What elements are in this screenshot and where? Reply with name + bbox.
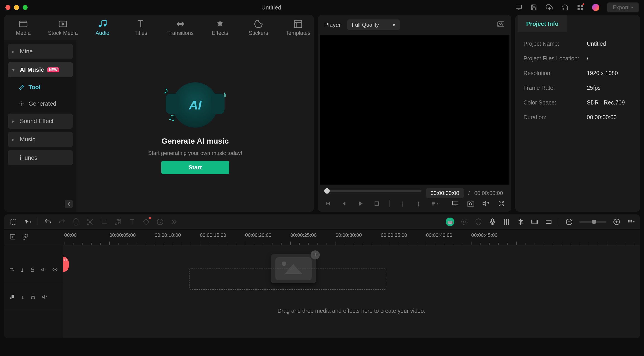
zoom-slider[interactable] xyxy=(579,221,606,223)
progress-bar[interactable] xyxy=(324,190,422,192)
beat-button[interactable] xyxy=(114,218,122,226)
marker-list-button[interactable]: ▾ xyxy=(431,200,438,207)
more-button[interactable] xyxy=(170,218,178,226)
tab-label: Effects xyxy=(212,30,228,36)
redo-button[interactable] xyxy=(58,218,66,226)
quality-select[interactable]: Full Quality ▾ xyxy=(347,20,400,30)
zoom-thumb[interactable] xyxy=(592,220,596,224)
stop-button[interactable] xyxy=(373,200,380,207)
mute-button[interactable] xyxy=(41,267,46,274)
mark-out-button[interactable]: } xyxy=(415,200,422,207)
ai-music-subtitle: Start generating your own music today! xyxy=(148,150,242,156)
zoom-out-button[interactable] xyxy=(565,218,573,226)
project-info-tab[interactable]: Project Info xyxy=(518,15,567,32)
tab-effects[interactable]: Effects xyxy=(201,15,239,40)
play-button[interactable] xyxy=(357,200,364,207)
zoom-in-button[interactable] xyxy=(613,218,620,226)
drop-zone[interactable] xyxy=(190,268,386,290)
pointer-tool[interactable]: ▾ xyxy=(24,218,31,226)
ruler-tick: 00:00 xyxy=(64,232,77,238)
speed-button[interactable] xyxy=(156,218,164,226)
tab-stickers[interactable]: Stickers xyxy=(239,15,278,40)
svg-rect-22 xyxy=(492,219,494,222)
shield-button[interactable] xyxy=(475,218,482,226)
svg-rect-2 xyxy=(581,5,583,7)
progress-thumb[interactable] xyxy=(324,188,330,194)
lock-button[interactable] xyxy=(30,294,36,301)
tab-audio[interactable]: Audio xyxy=(83,15,122,40)
svg-point-12 xyxy=(470,203,472,205)
step-back-button[interactable] xyxy=(340,200,348,207)
lock-button[interactable] xyxy=(30,267,35,274)
split-button[interactable] xyxy=(86,218,94,226)
ruler-tick: 00:00:10:00 xyxy=(155,232,181,238)
chevron-down-icon: ▾ xyxy=(392,22,395,28)
export-button[interactable]: Export ▾ xyxy=(607,2,638,12)
collapse-sidebar-button[interactable] xyxy=(65,200,73,208)
cloud-upload-icon[interactable] xyxy=(546,4,553,11)
info-value: 1920 x 1080 xyxy=(587,70,618,76)
visibility-button[interactable] xyxy=(52,267,58,274)
enhance-button[interactable] xyxy=(460,218,468,226)
time-total: 00:00:00:00 xyxy=(474,190,503,196)
headphones-icon[interactable] xyxy=(561,4,568,11)
save-icon[interactable] xyxy=(530,4,538,11)
mark-in-button[interactable]: { xyxy=(399,200,406,207)
sidebar-item-itunes[interactable]: ▸ iTunes xyxy=(8,150,73,165)
audio-track-number: 1 xyxy=(21,294,24,300)
sidebar-item-ai-music[interactable]: ▾ AI Music NEW xyxy=(8,62,73,77)
crop-button[interactable] xyxy=(100,218,108,226)
sidebar-sub-generated[interactable]: Generated xyxy=(8,97,73,110)
ai-assistant-button[interactable]: 🤖 xyxy=(446,218,454,226)
tab-media[interactable]: Media xyxy=(4,15,42,40)
sidebar-sub-label: Tool xyxy=(28,84,40,91)
sidebar-item-mine[interactable]: ▸ Mine xyxy=(8,44,73,59)
window-minimize[interactable] xyxy=(14,5,19,10)
snapshot-button[interactable] xyxy=(467,200,474,207)
timeline-tracks-area[interactable]: ✂ + Drag and drop media and effects here… xyxy=(63,246,640,338)
tab-templates[interactable]: Templates xyxy=(278,15,314,40)
add-media-button[interactable]: + xyxy=(311,250,320,260)
export-label: Export xyxy=(613,4,628,11)
fullscreen-button[interactable] xyxy=(498,200,505,207)
scope-icon[interactable] xyxy=(497,21,505,29)
window-close[interactable] xyxy=(6,5,10,10)
timeline-ruler[interactable]: 00:0000:00:05:0000:00:10:0000:00:15:0000… xyxy=(63,230,640,245)
display-button[interactable] xyxy=(452,200,459,207)
sidebar-sub-tool[interactable]: Tool xyxy=(8,80,73,94)
tab-stock-media[interactable]: Stock Media xyxy=(42,15,83,40)
start-button[interactable]: Start xyxy=(161,161,229,174)
link-button[interactable] xyxy=(22,234,28,241)
info-label: Frame Rate: xyxy=(524,84,587,91)
svg-rect-11 xyxy=(452,201,458,205)
mixer-button[interactable] xyxy=(503,218,510,226)
aspect-button[interactable] xyxy=(545,218,552,226)
monitor-icon[interactable] xyxy=(515,4,522,11)
svg-rect-0 xyxy=(516,5,522,8)
marker-button[interactable] xyxy=(517,218,524,226)
apps-icon[interactable] xyxy=(576,4,584,11)
sidebar-item-sound-effect[interactable]: ▸ Sound Effect xyxy=(8,114,73,129)
playhead-handle[interactable]: ✂ xyxy=(63,257,69,272)
render-button[interactable] xyxy=(531,218,538,226)
prev-frame-button[interactable] xyxy=(324,200,332,207)
volume-button[interactable] xyxy=(482,200,490,207)
undo-button[interactable] xyxy=(44,218,52,226)
time-separator: / xyxy=(468,190,470,196)
sidebar-item-music[interactable]: ▸ Music xyxy=(8,132,73,147)
tab-titles[interactable]: Titles xyxy=(122,15,160,40)
user-avatar[interactable] xyxy=(592,4,599,11)
delete-button[interactable] xyxy=(72,218,80,226)
text-button[interactable] xyxy=(128,218,136,226)
info-label: Color Space: xyxy=(524,99,587,106)
add-track-button[interactable] xyxy=(10,234,16,241)
player-viewport[interactable] xyxy=(320,35,510,184)
tab-transitions[interactable]: Transitions xyxy=(160,15,201,40)
mic-button[interactable] xyxy=(489,218,496,226)
media-icon xyxy=(18,19,28,29)
keyframe-button[interactable] xyxy=(142,218,150,226)
fit-button[interactable]: ▾ xyxy=(627,218,634,226)
window-maximize[interactable] xyxy=(22,5,28,10)
selection-tool[interactable] xyxy=(10,218,17,226)
mute-button[interactable] xyxy=(42,294,48,301)
